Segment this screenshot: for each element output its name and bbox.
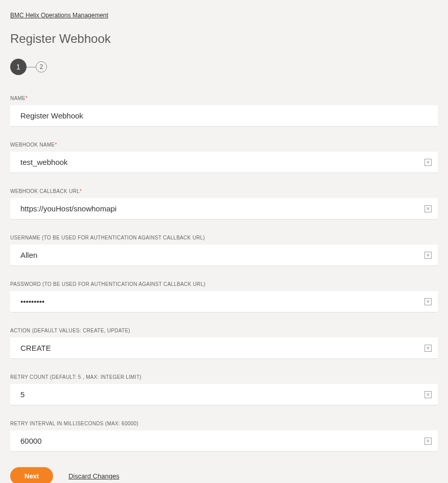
callback-url-label: WEBHOOK CALLBACK URL* <box>10 188 438 194</box>
next-button[interactable]: Next <box>10 467 53 483</box>
username-input[interactable] <box>10 245 425 265</box>
username-label: USERNAME (TO BE USED FOR AUTHENTICATION … <box>10 235 438 240</box>
webhook-name-input[interactable] <box>10 152 425 173</box>
webhook-name-label: WEBHOOK NAME* <box>10 142 438 148</box>
validation-badge-icon: V <box>425 159 432 166</box>
breadcrumb-link[interactable]: BMC Helix Operations Management <box>10 12 108 19</box>
validation-badge-icon: V <box>425 391 432 398</box>
retry-interval-input[interactable] <box>10 430 425 451</box>
step-connector <box>27 67 36 67</box>
action-input[interactable] <box>10 337 425 358</box>
step-1[interactable]: 1 <box>10 59 27 75</box>
name-label: NAME* <box>10 95 438 101</box>
retry-count-input[interactable] <box>10 384 425 405</box>
validation-badge-icon: V <box>425 205 432 212</box>
step-indicator: 1 2 <box>10 59 438 75</box>
action-label: ACTION (DEFAULT VALUES: CREATE, UPDATE) <box>10 328 438 333</box>
password-input[interactable] <box>10 291 425 312</box>
validation-badge-icon: V <box>425 345 432 352</box>
callback-url-input[interactable] <box>10 198 425 219</box>
page-title: Register Webhook <box>10 32 438 46</box>
validation-badge-icon: V <box>425 438 432 445</box>
required-asterisk: * <box>80 188 82 194</box>
retry-count-label: RETRY COUNT (DEFAULT: 5 , MAX: INTEGER L… <box>10 374 438 380</box>
name-input[interactable] <box>10 105 438 126</box>
required-asterisk: * <box>26 95 28 101</box>
retry-interval-label: RETRY INTERVAL IN MILLISECONDS (MAX: 600… <box>10 421 438 426</box>
discard-changes-button[interactable]: Discard Changes <box>68 472 119 480</box>
validation-badge-icon: V <box>425 252 432 259</box>
required-asterisk: * <box>55 142 57 148</box>
step-2[interactable]: 2 <box>36 61 47 73</box>
password-label: PASSWORD (TO BE USED FOR AUTHENTICATION … <box>10 281 438 287</box>
validation-badge-icon: V <box>425 298 432 305</box>
